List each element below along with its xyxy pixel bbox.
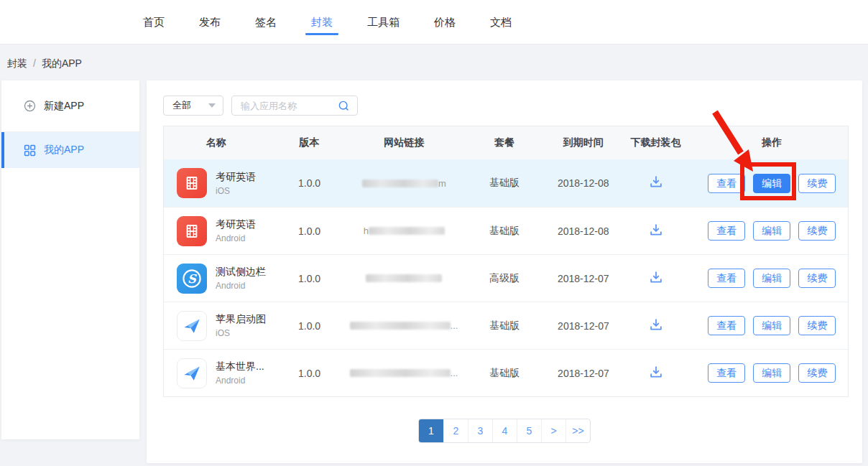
url-fragment: m (438, 178, 446, 189)
url-fragment: h (364, 225, 369, 236)
table-row: 苹果启动图iOS 1.0.0 ... 基础版 2018-12-07 查看 编辑 … (164, 302, 848, 349)
app-version: 1.0.0 (269, 273, 351, 284)
sidebar: 新建APP 我的APP (1, 80, 139, 439)
col-header-actions: 操作 (696, 136, 848, 149)
app-platform: Android (216, 233, 256, 244)
sidebar-item-my-apps[interactable]: 我的APP (1, 132, 139, 168)
download-icon[interactable] (648, 269, 664, 285)
app-icon-film (177, 216, 207, 246)
nav-tab-docs[interactable]: 文档 (490, 0, 512, 44)
edit-button[interactable]: 编辑 (753, 221, 790, 241)
app-icon-paper-plane (177, 358, 207, 388)
pagination: 1 2 3 4 5 > >> (418, 419, 591, 443)
col-header-plan: 套餐 (458, 136, 551, 149)
col-header-download: 下载封装包 (616, 136, 696, 149)
search-input[interactable] (234, 101, 338, 111)
nav-tab-publish[interactable]: 发布 (199, 0, 221, 44)
page-button-3[interactable]: 3 (468, 419, 492, 442)
blurred-url (350, 322, 450, 330)
blurred-url (350, 369, 450, 377)
nav-tab-pricing[interactable]: 价格 (434, 0, 456, 44)
edit-button[interactable]: 编辑 (753, 363, 790, 383)
blurred-url (362, 180, 438, 187)
url-fragment: ... (451, 368, 458, 378)
category-dropdown[interactable]: 全部 (163, 95, 223, 116)
download-icon[interactable] (648, 174, 664, 190)
app-plan: 基础版 (458, 320, 551, 332)
edit-button[interactable]: 编辑 (753, 269, 790, 288)
table-row: 考研英语Android 1.0.0 h 基础版 2018-12-08 查看 编辑… (164, 207, 848, 254)
sidebar-item-label: 新建APP (44, 100, 84, 113)
download-icon[interactable] (648, 317, 664, 332)
app-name: 基本世界... (216, 360, 264, 373)
page-button-1[interactable]: 1 (419, 419, 443, 442)
app-expiry: 2018-12-07 (551, 273, 616, 284)
app-icon-paper-plane (177, 311, 207, 341)
nav-tab-toolbox[interactable]: 工具箱 (367, 0, 400, 44)
col-header-version: 版本 (269, 136, 351, 149)
view-button[interactable]: 查看 (708, 221, 745, 241)
chevron-down-icon (208, 103, 216, 108)
app-expiry: 2018-12-07 (551, 368, 616, 379)
search-icon[interactable] (338, 100, 350, 112)
sidebar-item-label: 我的APP (44, 144, 84, 157)
download-icon[interactable] (648, 222, 664, 238)
renew-button[interactable]: 续费 (798, 174, 836, 193)
renew-button[interactable]: 续费 (798, 316, 836, 335)
app-plan: 基础版 (458, 177, 551, 190)
table-header-row: 名称 版本 网站链接 套餐 到期时间 下载封装包 操作 (164, 126, 848, 159)
app-name: 考研英语 (216, 170, 256, 183)
renew-button[interactable]: 续费 (798, 269, 836, 288)
plus-circle-icon (24, 100, 36, 112)
app-version: 1.0.0 (269, 225, 351, 237)
view-button[interactable]: 查看 (708, 174, 745, 193)
view-button[interactable]: 查看 (708, 316, 745, 335)
top-nav: 首页 发布 签名 封装 工具箱 价格 文档 (0, 0, 868, 45)
next-page-button[interactable]: > (541, 419, 565, 442)
app-plan: 基础版 (458, 225, 551, 238)
grid-icon (24, 144, 36, 157)
app-expiry: 2018-12-08 (551, 177, 616, 189)
sidebar-item-new-app[interactable]: 新建APP (1, 80, 139, 132)
app-version: 1.0.0 (269, 368, 351, 379)
breadcrumb-section[interactable]: 封装 (7, 57, 27, 69)
app-name: 考研英语 (216, 218, 256, 230)
app-platform: Android (216, 280, 266, 292)
app-expiry: 2018-12-08 (551, 225, 616, 237)
nav-tab-package[interactable]: 封装 (311, 0, 333, 44)
download-icon[interactable] (648, 364, 664, 380)
edit-button[interactable]: 编辑 (753, 174, 790, 193)
apps-table: 名称 版本 网站链接 套餐 到期时间 下载封装包 操作 考研英语iOS 1.0.… (163, 126, 849, 397)
table-row: 基本世界...Android 1.0.0 ... 基础版 2018-12-07 … (164, 349, 848, 396)
breadcrumb: 封装/我的APP (7, 57, 82, 70)
edit-button[interactable]: 编辑 (753, 316, 790, 335)
page-button-5[interactable]: 5 (517, 419, 541, 442)
view-button[interactable]: 查看 (708, 269, 745, 288)
app-name: 苹果启动图 (216, 312, 266, 325)
app-plan: 高级版 (458, 272, 551, 285)
col-header-url: 网站链接 (350, 136, 458, 149)
app-plan: 基础版 (458, 367, 551, 380)
renew-button[interactable]: 续费 (798, 221, 836, 241)
app-version: 1.0.0 (269, 177, 351, 189)
breadcrumb-current: 我的APP (42, 57, 82, 69)
url-fragment: ... (451, 320, 458, 331)
page-button-2[interactable]: 2 (443, 419, 468, 442)
app-icon-film (177, 168, 207, 198)
main-panel: 全部 名称 版本 网站链接 套餐 到期时间 下载封装包 操作 考研英语iOS (147, 80, 862, 463)
last-page-button[interactable]: >> (565, 419, 590, 442)
nav-tab-home[interactable]: 首页 (143, 0, 165, 44)
app-platform: iOS (216, 327, 266, 339)
category-dropdown-value: 全部 (172, 99, 191, 112)
renew-button[interactable]: 续费 (798, 363, 836, 383)
page-button-4[interactable]: 4 (492, 419, 517, 442)
view-button[interactable]: 查看 (708, 363, 745, 383)
col-header-expiry: 到期时间 (551, 136, 616, 149)
app-version: 1.0.0 (269, 320, 351, 332)
app-platform: iOS (216, 185, 256, 197)
nav-tab-sign[interactable]: 签名 (255, 0, 277, 44)
app-expiry: 2018-12-07 (551, 320, 616, 332)
table-row: 考研英语iOS 1.0.0 m 基础版 2018-12-08 查看 编辑 续费 (164, 159, 848, 207)
col-header-name: 名称 (164, 136, 269, 149)
app-icon-s-logo: S (177, 264, 207, 294)
